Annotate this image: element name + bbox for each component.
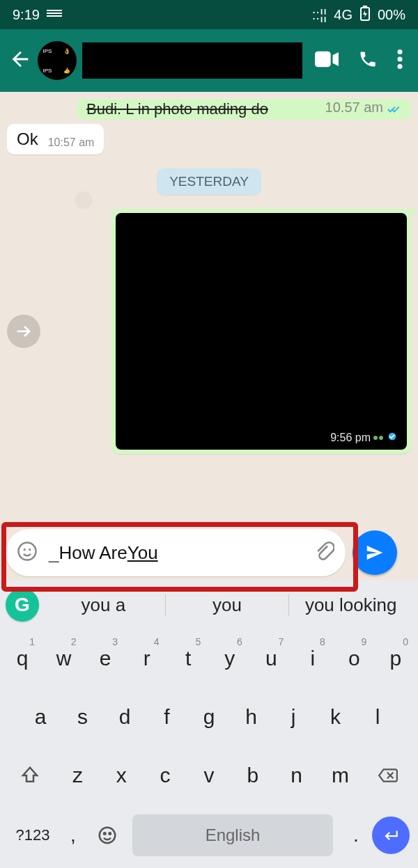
key-v[interactable]: v: [191, 750, 227, 800]
key-z[interactable]: z: [59, 750, 95, 800]
chat-scroll-area[interactable]: Budi. L in photo mading do 10.57 am Ok 1…: [0, 92, 418, 525]
key-y[interactable]: y6: [212, 633, 248, 684]
symbols-key[interactable]: ?123: [8, 810, 57, 860]
key-b[interactable]: b: [235, 750, 271, 800]
battery-icon: [359, 6, 371, 24]
message-text: Ok: [17, 129, 38, 149]
emoji-picker-icon[interactable]: [17, 541, 38, 565]
message-time: 10.57 am: [325, 100, 383, 114]
whatsapp-app-bar: IPS👌IPS👍: [0, 29, 418, 92]
soft-keyboard: G you a you you looking q1w2e3r4t5y6u7i8…: [0, 581, 418, 868]
send-button[interactable]: [353, 530, 397, 575]
shift-key[interactable]: [4, 750, 56, 800]
svg-point-10: [100, 828, 116, 844]
suggestion[interactable]: you: [165, 594, 289, 616]
key-o[interactable]: o9: [336, 633, 372, 684]
key-n[interactable]: n: [279, 750, 315, 800]
date-separator: YESTERDAY: [157, 168, 261, 195]
message-outgoing-clipped[interactable]: Budi. L in photo mading do 10.57 am: [7, 99, 411, 120]
comma-key[interactable]: ,: [57, 810, 89, 860]
attachment-icon[interactable]: [314, 541, 334, 565]
voice-call-icon[interactable]: [358, 49, 378, 72]
suggestion-strip: you a you you looking: [42, 594, 412, 616]
message-input-text[interactable]: _How Are You: [49, 542, 302, 564]
key-l[interactable]: l: [359, 692, 396, 742]
message-outgoing-media[interactable]: 9:56 pm: [111, 209, 411, 454]
message-input[interactable]: _How Are You: [6, 529, 346, 576]
forward-message-button[interactable]: [7, 315, 40, 348]
key-i[interactable]: i8: [295, 633, 331, 684]
key-r[interactable]: r4: [129, 633, 165, 684]
key-e[interactable]: e3: [87, 633, 123, 684]
message-incoming[interactable]: Ok 10:57 am: [7, 124, 411, 155]
keyboard-indicator-icon: [47, 10, 62, 19]
svg-rect-2: [315, 52, 331, 68]
message-strikethrough-text: Budi. L in photo mading do: [86, 102, 268, 117]
message-input-zone: _How Are You: [0, 525, 418, 581]
contact-name-redacted[interactable]: [82, 42, 302, 79]
key-h[interactable]: h: [233, 692, 270, 742]
contact-avatar[interactable]: IPS👌IPS👍: [38, 41, 77, 80]
broadcast-dots-icon: [373, 436, 383, 440]
key-m[interactable]: m: [322, 750, 358, 800]
signal-icon: ::¦¦: [312, 7, 327, 23]
key-c[interactable]: c: [147, 750, 183, 800]
video-call-icon[interactable]: [315, 51, 339, 70]
read-ticks-icon: [386, 432, 398, 444]
suggestion[interactable]: you looking: [288, 594, 412, 616]
svg-point-9: [29, 549, 31, 551]
period-key[interactable]: .: [340, 810, 372, 860]
key-p[interactable]: p0: [378, 633, 414, 684]
key-x[interactable]: x: [103, 750, 139, 800]
svg-point-12: [109, 833, 111, 835]
battery-percent: 00%: [378, 7, 405, 23]
network-label: 4G: [334, 7, 353, 23]
key-u[interactable]: u7: [253, 633, 289, 684]
key-a[interactable]: a: [22, 692, 59, 742]
key-t[interactable]: t5: [170, 633, 206, 684]
message-time: 10:57 am: [48, 136, 95, 149]
svg-point-3: [398, 49, 403, 54]
svg-point-5: [398, 64, 403, 69]
back-arrow-icon[interactable]: [8, 47, 32, 74]
key-s[interactable]: s: [65, 692, 101, 742]
overflow-menu-icon[interactable]: [397, 49, 403, 72]
svg-point-7: [19, 543, 36, 560]
media-thumbnail-redacted[interactable]: 9:56 pm: [116, 213, 407, 450]
clock: 9:19: [13, 7, 40, 23]
read-ticks-icon: [387, 104, 401, 114]
key-q[interactable]: q1: [4, 633, 40, 684]
svg-rect-1: [363, 6, 367, 8]
emoji-key[interactable]: [89, 810, 125, 860]
space-key[interactable]: English: [132, 814, 333, 856]
key-k[interactable]: k: [318, 692, 354, 742]
key-w[interactable]: w2: [46, 633, 82, 684]
key-f[interactable]: f: [149, 692, 185, 742]
key-j[interactable]: j: [275, 692, 311, 742]
svg-point-11: [104, 833, 106, 835]
enter-key[interactable]: [372, 816, 410, 854]
suggestion[interactable]: you a: [42, 594, 165, 616]
grammarly-icon[interactable]: G: [6, 588, 39, 622]
svg-point-4: [398, 57, 403, 62]
key-g[interactable]: g: [191, 692, 227, 742]
message-time: 9:56 pm: [330, 432, 371, 444]
android-status-bar: 9:19 ::¦¦ 4G 00%: [0, 0, 418, 29]
key-d[interactable]: d: [107, 692, 143, 742]
svg-point-8: [24, 549, 26, 551]
backspace-key[interactable]: [362, 750, 414, 800]
